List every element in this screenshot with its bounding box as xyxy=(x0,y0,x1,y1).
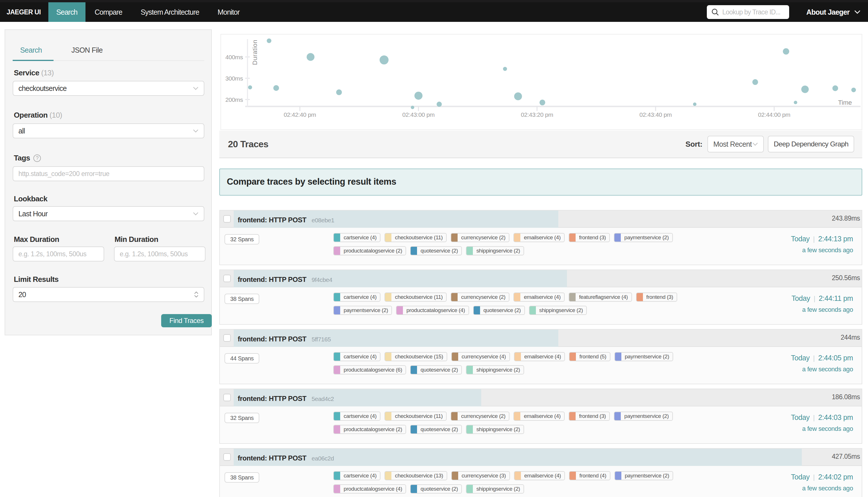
service-tag-row: productcatalogservice (6)quoteservice (2… xyxy=(333,365,673,374)
trace-checkbox[interactable] xyxy=(223,453,231,461)
sort-label: Sort: xyxy=(686,140,702,149)
service-tag-quoteservice: quoteservice (2) xyxy=(473,306,525,315)
min-duration-label: Min Duration xyxy=(114,235,158,244)
help-icon[interactable]: ? xyxy=(33,154,41,162)
nav-item-monitor[interactable]: Monitor xyxy=(208,2,249,22)
sort-select[interactable]: Most Recent xyxy=(708,136,764,153)
trace-checkbox[interactable] xyxy=(223,275,231,282)
nav-menu: SearchCompareSystem ArchitectureMonitor xyxy=(48,2,249,22)
date-time-divider: | xyxy=(813,354,815,362)
scatter-dot[interactable] xyxy=(801,85,809,93)
scatter-dot[interactable] xyxy=(437,101,442,107)
trace-id: ea06c2d xyxy=(312,455,334,462)
deep-dependency-graph-button[interactable]: Deep Dependency Graph xyxy=(768,136,854,153)
service-select[interactable]: checkoutservice xyxy=(13,81,204,96)
date-time-divider: | xyxy=(813,473,815,481)
trace-lookup-search[interactable] xyxy=(707,5,789,19)
min-duration-input[interactable] xyxy=(114,246,206,261)
limit-results-input[interactable]: 20 xyxy=(13,287,204,302)
scatter-dot[interactable] xyxy=(693,102,697,106)
tag-label: productcatalogservice (4) xyxy=(403,306,468,314)
scatter-dot[interactable] xyxy=(503,67,507,71)
scatter-dot[interactable] xyxy=(415,92,422,100)
tag-color-stripe xyxy=(569,293,576,301)
find-traces-button[interactable]: Find Traces xyxy=(161,314,212,327)
trace-ago: a few seconds ago xyxy=(791,366,853,373)
tag-label: emailservice (4) xyxy=(520,412,564,420)
trace-checkbox[interactable] xyxy=(223,394,231,401)
tag-color-stripe xyxy=(615,353,621,361)
scatter-dot[interactable] xyxy=(794,101,797,104)
trace-card: frontend: HTTP POST9f4cbe4250.56ms38 Spa… xyxy=(219,270,862,325)
tag-color-stripe xyxy=(614,412,621,420)
service-tag-quoteservice: quoteservice (2) xyxy=(410,484,462,494)
app-brand[interactable]: JAEGER UI xyxy=(6,2,41,22)
tag-color-stripe xyxy=(615,472,621,480)
operation-select[interactable]: all xyxy=(13,123,204,138)
trace-card-header[interactable]: frontend: HTTP POSTea06c2d427.05ms xyxy=(220,449,862,466)
scatter-dot[interactable] xyxy=(336,89,342,95)
trace-card: frontend: HTTP POST5ead4c2186.08ms32 Spa… xyxy=(219,388,862,444)
tab-json-file[interactable]: JSON File xyxy=(71,46,103,54)
time-axis-label: Time xyxy=(838,99,852,106)
scatter-dot[interactable] xyxy=(752,79,758,85)
service-tags: cartservice (4)checkoutservice (11)curre… xyxy=(333,412,673,438)
service-tag-quoteservice: quoteservice (2) xyxy=(410,246,462,255)
trace-id: e08ebe1 xyxy=(312,217,334,224)
trace-title[interactable]: frontend: HTTP POST xyxy=(238,275,307,283)
scatter-dot[interactable] xyxy=(274,85,279,91)
nav-item-system-architecture[interactable]: System Architecture xyxy=(131,2,208,22)
tab-search[interactable]: Search xyxy=(20,46,42,54)
nav-item-search[interactable]: Search xyxy=(48,2,85,22)
tag-color-stripe xyxy=(466,425,473,434)
trace-title[interactable]: frontend: HTTP POST xyxy=(238,454,307,462)
tag-label: quoteservice (2) xyxy=(480,306,524,314)
trace-card-header[interactable]: frontend: HTTP POST9f4cbe4250.56ms xyxy=(220,270,862,287)
service-tag-emailservice: emailservice (4) xyxy=(514,412,565,421)
scatter-dot[interactable] xyxy=(267,39,271,43)
scatter-dot[interactable] xyxy=(307,53,314,61)
service-tag-frontend: frontend (3) xyxy=(569,412,610,421)
trace-lookup-input[interactable] xyxy=(723,8,785,16)
scatter-dot[interactable] xyxy=(380,56,389,65)
trace-card-header[interactable]: frontend: HTTP POST5ead4c2186.08ms xyxy=(220,389,862,407)
trace-checkbox[interactable] xyxy=(223,334,231,342)
trace-title-wrap: frontend: HTTP POST5ead4c2 xyxy=(238,389,334,408)
scatter-dot[interactable] xyxy=(832,85,838,91)
service-tag-checkoutservice: checkoutservice (13) xyxy=(384,471,447,480)
lookback-select[interactable]: Last Hour xyxy=(13,206,204,221)
trace-title[interactable]: frontend: HTTP POST xyxy=(238,395,307,402)
service-tag-row: cartservice (4)checkoutservice (11)curre… xyxy=(333,233,673,242)
tags-input[interactable] xyxy=(13,166,204,181)
tag-color-stripe xyxy=(334,472,340,480)
trace-title[interactable]: frontend: HTTP POST xyxy=(238,335,307,343)
trace-title[interactable]: frontend: HTTP POST xyxy=(238,216,307,224)
max-duration-input[interactable] xyxy=(13,246,104,261)
nav-right: About Jaeger xyxy=(707,2,868,22)
tag-label: currencyservice (2) xyxy=(458,233,509,242)
trace-time: 2:44:03 pm xyxy=(818,413,853,421)
scatter-dot[interactable] xyxy=(540,100,545,105)
trace-card-header[interactable]: frontend: HTTP POST5ff7165244ms xyxy=(220,330,862,347)
trace-card: frontend: HTTP POSTea06c2d427.05ms38 Spa… xyxy=(219,448,862,497)
scatter-dot[interactable] xyxy=(783,48,789,55)
trace-card-header[interactable]: frontend: HTTP POSTe08ebe1243.89ms xyxy=(220,211,862,228)
trace-time: 2:44:05 pm xyxy=(818,354,853,362)
service-tag-row: productcatalogservice (2)quoteservice (2… xyxy=(333,425,673,434)
tag-label: frontend (5) xyxy=(576,353,610,361)
service-tag-cartservice: cartservice (4) xyxy=(333,293,380,302)
trace-checkbox[interactable] xyxy=(223,215,231,223)
nav-item-compare[interactable]: Compare xyxy=(85,2,131,22)
trace-id: 5ead4c2 xyxy=(312,396,334,402)
service-tag-frontend: frontend (4) xyxy=(569,471,610,480)
scatter-dot[interactable] xyxy=(411,105,414,109)
scatter-dot[interactable] xyxy=(248,85,252,89)
trace-title-wrap: frontend: HTTP POSTe08ebe1 xyxy=(238,211,334,229)
limit-stepper[interactable] xyxy=(194,292,199,298)
about-jaeger-menu[interactable]: About Jaeger xyxy=(807,8,860,16)
scatter-dot[interactable] xyxy=(851,88,856,92)
tag-color-stripe xyxy=(570,353,576,361)
service-tag-frontend: frontend (3) xyxy=(569,233,610,242)
tag-color-stripe xyxy=(452,472,458,480)
scatter-dot[interactable] xyxy=(514,92,522,100)
